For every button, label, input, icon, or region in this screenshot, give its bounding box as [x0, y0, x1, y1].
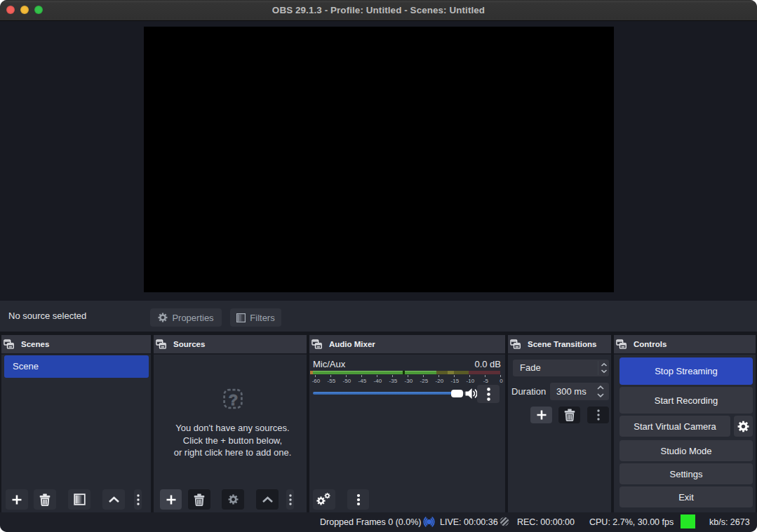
svg-text:?: ? [229, 391, 238, 409]
